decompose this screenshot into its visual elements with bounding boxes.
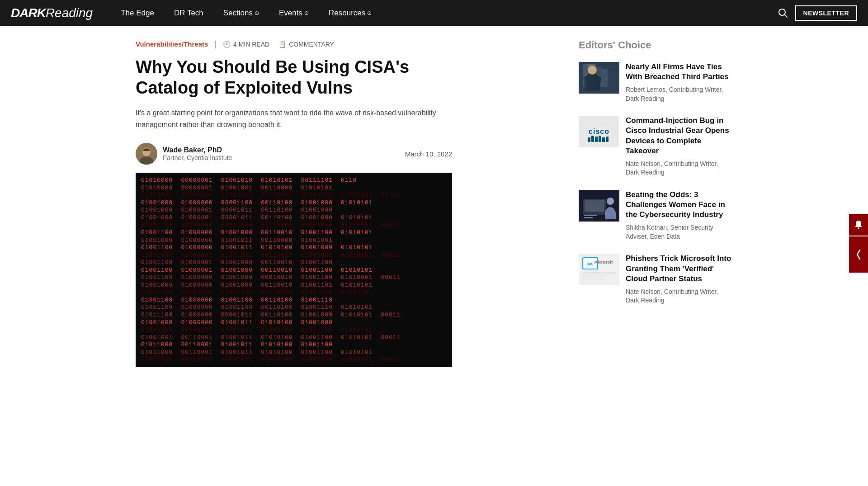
search-icon xyxy=(778,8,788,18)
svg-point-23 xyxy=(607,198,614,205)
binary-group: 00110000 xyxy=(261,192,292,198)
binary-group: 00010010 xyxy=(261,274,292,281)
binary-group: 01001100 xyxy=(141,222,173,228)
nav-events[interactable]: Events ⊙ xyxy=(269,0,319,26)
binary-group: 01010100 xyxy=(261,319,292,326)
notification-bell-button[interactable] xyxy=(849,214,868,236)
nav-the-edge[interactable]: The Edge xyxy=(111,0,164,26)
binary-group: 01000000 xyxy=(181,199,212,206)
binary-group: 01000001 xyxy=(181,214,212,221)
binary-row: 0100100001000000010010110101010001001000 xyxy=(141,319,447,326)
binary-group: 01010101 xyxy=(301,184,333,191)
binary-group: 01001100 xyxy=(141,274,173,281)
author-affiliation: Partner, Cyentia Institute xyxy=(163,154,232,161)
editors-choice-item-1[interactable]: Nearly All Firms Have Ties With Breached… xyxy=(579,62,732,103)
binary-group: 01000000 xyxy=(181,244,212,251)
binary-group: 00110100 xyxy=(261,207,292,213)
notification-tab[interactable] xyxy=(849,236,868,273)
binary-row: 0100100001000001000010110011010001001000 xyxy=(141,207,447,213)
article-area: Vulnerabilities/Threats | 🕐 4 MIN READ 📋… xyxy=(136,39,552,367)
binary-group: 01001100 xyxy=(141,297,173,303)
binary-row: 0101000000000001010010100101010100111101… xyxy=(141,177,447,184)
binary-group: 01001101 xyxy=(301,282,333,288)
editors-choice-item-2[interactable]: cisco Command-Injection Bug in Cisco Ind… xyxy=(579,116,732,177)
binary-group: 01001100 xyxy=(221,304,253,311)
ec-image-3 xyxy=(579,190,619,222)
nav-right-actions: NEWSLETTER xyxy=(778,5,857,21)
bell-icon xyxy=(854,220,863,230)
binary-group: 01001000 xyxy=(301,207,333,213)
binary-group: 01001100 xyxy=(221,289,253,296)
binary-group: 01001011 xyxy=(221,319,253,326)
binary-group: 01011000 xyxy=(141,356,173,363)
binary-group: 01010100 xyxy=(261,341,292,348)
binary-group: 00011100 xyxy=(221,222,253,228)
binary-group: 01001000 xyxy=(221,267,253,274)
binary-row: 0100110001000001010010000011001001001100 xyxy=(141,259,447,266)
nav-sections[interactable]: Sections ⊙ xyxy=(213,0,269,26)
binary-row: 0100100001000000010010110011000001001001 xyxy=(141,237,447,244)
binary-group: 01010101 xyxy=(341,222,373,228)
binary-group: 01000000 xyxy=(181,319,212,326)
binary-group: 01001100 xyxy=(141,304,173,311)
binary-group: 01001001 xyxy=(301,237,333,244)
binary-group: 01010101 xyxy=(341,311,373,318)
binary-row: 0100110001000001010010000011001001001100… xyxy=(141,267,447,274)
binary-group: 01001000 xyxy=(301,252,333,259)
binary-group: 01001100 xyxy=(221,297,253,303)
editors-choice-item-3[interactable]: Beating the Odds: 3 Challenges Women Fac… xyxy=(579,190,732,241)
binary-group: 00110100 xyxy=(261,311,292,318)
binary-row: 0101100000110001010010110001010001001100… xyxy=(141,356,447,363)
logo-reading: Reading xyxy=(46,6,93,20)
binary-group: 00110010 xyxy=(261,259,292,266)
binary-row: 0100100001000001010010110011000001001000… xyxy=(141,252,447,259)
article-meta: 🕐 4 MIN READ 📋 COMMENTARY xyxy=(223,41,334,48)
binary-group: 01001100 xyxy=(141,267,173,274)
svg-rect-17 xyxy=(599,136,601,142)
ec-content-2: Command-Injection Bug in Cisco Industria… xyxy=(626,116,732,177)
breadcrumb-link[interactable]: Vulnerabilities/Threats xyxy=(136,40,208,48)
binary-group: 00110100 xyxy=(261,214,292,221)
binary-group: 01001110 xyxy=(301,297,333,303)
binary-row: 0101000001000000010011000011000001001010… xyxy=(141,192,447,198)
binary-group: 01010100 xyxy=(261,334,292,341)
newsletter-button[interactable]: NEWSLETTER xyxy=(795,5,857,21)
binary-row: 0101000000000001010010010011000001010101 xyxy=(141,184,447,191)
binary-row: 0100100001000001000010110011010001001000… xyxy=(141,214,447,221)
site-logo[interactable]: DARKReading xyxy=(11,6,93,20)
author-details: Wade Baker, PhD Partner, Cyentia Institu… xyxy=(163,146,232,161)
binary-group: 00110010 xyxy=(261,229,292,236)
author-line: Wade Baker, PhD Partner, Cyentia Institu… xyxy=(136,143,452,165)
commentary-label: COMMENTARY xyxy=(289,41,334,48)
binary-group: 01000000 xyxy=(181,282,212,288)
svg-rect-10 xyxy=(601,69,608,87)
binary-group: 01001100 xyxy=(141,289,173,296)
binary-group: 01001100 xyxy=(301,267,333,274)
read-time: 4 MIN READ xyxy=(233,41,269,48)
binary-group: 01000000 xyxy=(181,304,212,311)
search-button[interactable] xyxy=(778,8,788,18)
binary-group: 01001100 xyxy=(301,349,333,356)
binary-group: 01001001 xyxy=(221,184,253,191)
editors-choice-item-4[interactable]: 365 Microsoft Phishers Trick Microsoft I… xyxy=(579,254,732,305)
ec-author-1: Robert Lemos, Contributing Writer, Dark … xyxy=(626,85,732,103)
binary-group: 00110001 xyxy=(181,356,212,363)
binary-group: 01001000 xyxy=(221,282,253,288)
binary-group: 01001100 xyxy=(301,326,333,333)
binary-canvas: 0101000000000001010010100101010100111101… xyxy=(136,173,452,367)
binary-group: 01001000 xyxy=(301,199,333,206)
ec-author-2: Nate Nelson, Contributing Writer, Dark R… xyxy=(626,160,732,177)
binary-group: 01001100 xyxy=(301,334,333,341)
binary-group: 01010101 xyxy=(341,356,373,363)
nav-dr-tech[interactable]: DR Tech xyxy=(164,0,213,26)
binary-group: 00011 xyxy=(381,252,401,259)
binary-group: 00110100 xyxy=(261,297,292,303)
svg-rect-32 xyxy=(582,275,609,277)
binary-group: 01010101 xyxy=(341,326,373,333)
author-info: Wade Baker, PhD Partner, Cyentia Institu… xyxy=(136,143,232,165)
binary-group: 01001000 xyxy=(301,222,333,228)
ec-thumbnail-3 xyxy=(579,190,619,222)
binary-group: 01010101 xyxy=(341,282,373,288)
nav-resources[interactable]: Resources ⊙ xyxy=(319,0,382,26)
binary-row: 0100100001000000010010000011001001001101… xyxy=(141,282,447,288)
